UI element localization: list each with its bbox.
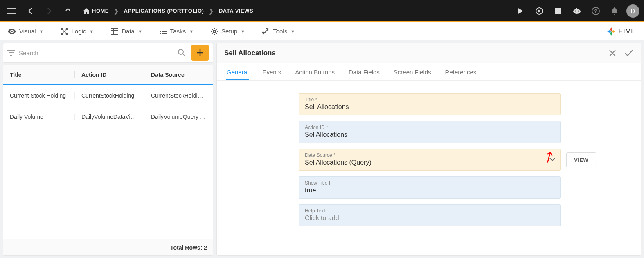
menu-tasks[interactable]: Tasks ▼ [160, 28, 194, 35]
svg-rect-5 [576, 8, 577, 9]
add-button[interactable] [191, 45, 209, 61]
data-icon [111, 28, 118, 35]
menu-tools-label: Tools [273, 28, 287, 35]
detail-tabs: General Events Action Buttons Data Field… [217, 63, 641, 81]
crumb-dataviews[interactable]: DATA VIEWS [219, 8, 253, 14]
avatar[interactable]: D [626, 4, 639, 18]
caret-down-icon: ▼ [89, 29, 94, 34]
back-icon[interactable] [23, 4, 37, 18]
up-icon[interactable] [61, 4, 75, 18]
search-input[interactable] [19, 49, 173, 56]
caret-down-icon: ▼ [138, 29, 142, 34]
tools-icon [262, 28, 270, 35]
col-title[interactable]: Title [3, 71, 75, 78]
field-action-id-label: Action ID * [305, 125, 554, 130]
field-title-label: Title * [305, 97, 554, 103]
svg-point-14 [213, 30, 216, 33]
tab-events[interactable]: Events [261, 69, 282, 80]
field-help-text-value: Click to add [305, 214, 554, 222]
caret-down-icon: ▼ [39, 29, 44, 34]
close-icon[interactable] [609, 49, 616, 57]
menu-logic-label: Logic [71, 28, 86, 35]
svg-point-15 [178, 49, 183, 54]
hamburger-icon[interactable] [5, 4, 18, 18]
tab-action-buttons[interactable]: Action Buttons [294, 69, 336, 80]
bell-icon[interactable] [608, 4, 621, 18]
tab-references[interactable]: References [444, 69, 477, 80]
crumb-home[interactable]: HOME [83, 8, 109, 14]
data-table: Title Action ID Data Source Current Stoc… [3, 65, 213, 256]
svg-point-3 [575, 10, 576, 11]
caret-down-icon: ▼ [290, 29, 295, 34]
menu-tasks-label: Tasks [170, 28, 186, 35]
field-show-title-if[interactable]: Show Title If true [299, 176, 561, 199]
cell-datasource: CurrentStockHolding... [144, 92, 213, 99]
menu-visual-label: Visual [19, 28, 36, 35]
tab-general[interactable]: General [226, 69, 249, 80]
crumb-applications[interactable]: APPLICATIONS (PORTFOLIO) [124, 8, 204, 14]
forward-icon [42, 4, 56, 18]
crumb-home-label: HOME [92, 8, 109, 14]
cell-actionid: DailyVolumeDataView [75, 114, 144, 120]
tab-data-fields[interactable]: Data Fields [348, 69, 381, 80]
search-icon[interactable] [178, 49, 186, 57]
tab-screen-fields[interactable]: Screen Fields [393, 69, 432, 80]
menu-setup[interactable]: Setup ▼ [211, 28, 245, 35]
svg-rect-1 [555, 8, 561, 14]
col-datasource[interactable]: Data Source [144, 71, 213, 78]
deploy-icon[interactable] [532, 4, 546, 18]
table-footer: Total Rows: 2 [3, 239, 213, 255]
svg-point-10 [66, 28, 68, 30]
svg-point-8 [11, 31, 13, 32]
field-help-text[interactable]: Help Text Click to add [299, 204, 561, 226]
topbar-right-icons: ? D [513, 4, 639, 18]
caret-down-icon: ▼ [189, 29, 194, 34]
menu-logic[interactable]: Logic ▼ [61, 28, 94, 35]
field-title-value: Sell Allocations [305, 103, 554, 111]
cell-actionid: CurrentStockHolding [75, 92, 144, 99]
table-body: Current Stock Holding CurrentStockHoldin… [3, 85, 213, 239]
chevron-right-icon: ❯ [114, 8, 119, 14]
field-data-source-value: SellAllocations (Query) [305, 159, 554, 166]
field-action-id[interactable]: Action ID * SellAllocations [299, 121, 561, 143]
table-row[interactable]: Current Stock Holding CurrentStockHoldin… [3, 85, 213, 106]
chevron-down-icon[interactable] [549, 158, 555, 162]
field-data-source[interactable]: Data Source * SellAllocations (Query) [299, 149, 561, 171]
menubar: Visual ▼ Logic ▼ Data ▼ Tasks ▼ Setup ▼ … [0, 22, 644, 40]
cell-title: Daily Volume [3, 114, 75, 120]
play-icon[interactable] [513, 4, 527, 18]
right-panel: Sell Allocations General Events Action B… [216, 43, 641, 256]
cell-title: Current Stock Holding [3, 92, 75, 99]
field-action-id-value: SellAllocations [305, 131, 554, 138]
view-button[interactable]: VIEW [566, 152, 596, 167]
filter-icon[interactable] [7, 50, 15, 56]
menu-visual[interactable]: Visual ▼ [8, 28, 43, 35]
field-help-text-label: Help Text [305, 208, 554, 214]
svg-point-9 [61, 28, 63, 30]
brand-label: FIVE [618, 28, 636, 35]
menu-data[interactable]: Data ▼ [111, 28, 142, 35]
bot-icon[interactable] [570, 4, 584, 18]
check-icon[interactable] [624, 49, 633, 57]
stop-icon[interactable] [551, 4, 565, 18]
menu-tools[interactable]: Tools ▼ [262, 28, 295, 35]
field-show-title-if-label: Show Title If [305, 180, 554, 186]
help-icon[interactable]: ? [589, 4, 603, 18]
form-area: Title * Sell Allocations Action ID * Sel… [217, 81, 641, 232]
gear-icon [211, 28, 218, 35]
detail-header: Sell Allocations [217, 43, 641, 63]
detail-title: Sell Allocations [224, 49, 276, 57]
logic-icon [61, 28, 68, 35]
brand-logo: FIVE [607, 27, 636, 36]
field-title[interactable]: Title * Sell Allocations [299, 93, 561, 115]
svg-point-11 [61, 33, 63, 35]
col-actionid[interactable]: Action ID [75, 71, 144, 78]
left-panel: Title Action ID Data Source Current Stoc… [3, 43, 213, 256]
svg-text:?: ? [594, 8, 597, 14]
breadcrumb: HOME ❯ APPLICATIONS (PORTFOLIO) ❯ DATA V… [83, 8, 253, 14]
svg-point-4 [578, 10, 579, 11]
tasks-icon [160, 28, 167, 35]
table-row[interactable]: Daily Volume DailyVolumeDataView DailyVo… [3, 106, 213, 127]
main-area: Title Action ID Data Source Current Stoc… [0, 40, 644, 258]
search-bar [3, 43, 213, 63]
